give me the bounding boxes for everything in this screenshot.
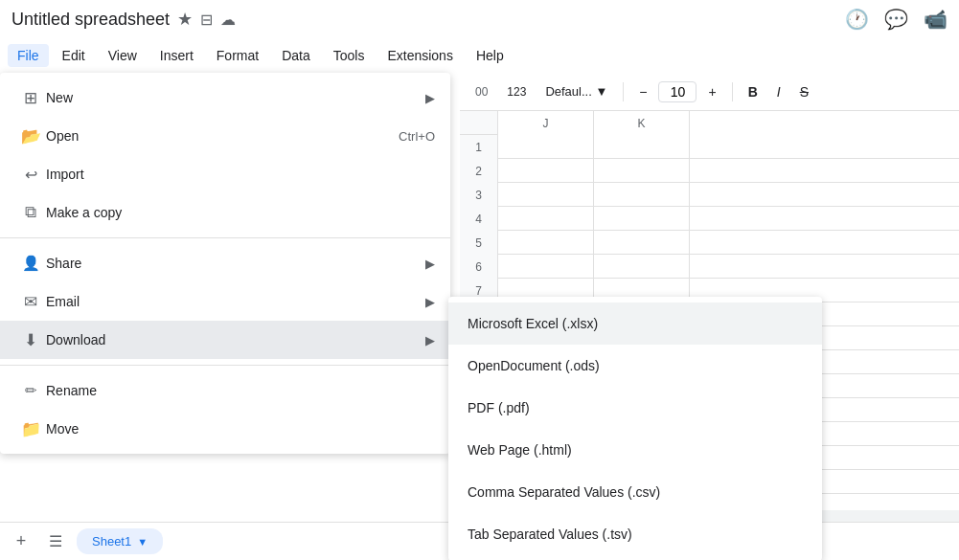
table-row: 5: [460, 231, 959, 255]
download-label: Download: [46, 332, 425, 347]
email-icon: ✉: [15, 292, 46, 312]
cell-j3[interactable]: [498, 183, 594, 207]
cell-j5[interactable]: [498, 231, 594, 255]
open-shortcut: Ctrl+O: [399, 129, 435, 144]
title-bar: Untitled spreadsheet ★ ⊟ ☁ 🕐 💬 📹: [0, 0, 959, 38]
toolbar-divider-1: [623, 82, 624, 101]
move-label: Move: [46, 421, 435, 437]
star-icon[interactable]: ★: [177, 9, 193, 30]
toolbar-font-size[interactable]: 10: [658, 81, 696, 102]
cell-k6[interactable]: [594, 255, 690, 279]
toolbar-italic[interactable]: I: [769, 80, 788, 103]
corner-cell: [460, 111, 498, 135]
divider-2: [0, 365, 450, 366]
html-label: Web Page (.html): [468, 442, 572, 458]
spreadsheet-title[interactable]: Untitled spreadsheet: [11, 10, 170, 30]
new-arrow-icon: ▶: [425, 91, 435, 105]
menu-bar: File Edit View Insert Format Data Tools …: [0, 38, 959, 73]
submenu-item-tsv[interactable]: Tab Separated Values (.tsv): [448, 513, 822, 555]
cell-k5[interactable]: [594, 231, 690, 255]
menu-item-import[interactable]: ↩ Import: [0, 155, 450, 193]
sheet-tab-label: Sheet1: [92, 534, 131, 549]
download-submenu: Microsoft Excel (.xlsx) OpenDocument (.o…: [448, 297, 822, 560]
pdf-label: PDF (.pdf): [468, 400, 530, 415]
menu-insert[interactable]: Insert: [150, 44, 203, 67]
ods-label: OpenDocument (.ods): [468, 358, 600, 373]
table-row: 6: [460, 255, 959, 279]
menu-format[interactable]: Format: [207, 44, 268, 67]
csv-label: Comma Separated Values (.csv): [468, 484, 660, 500]
menu-item-email[interactable]: ✉ Email ▶: [0, 282, 450, 321]
download-icon: ⬇: [15, 330, 46, 350]
menu-edit[interactable]: Edit: [53, 44, 95, 67]
toolbar-format-00[interactable]: 00: [468, 81, 495, 102]
sheet-tab-sheet1[interactable]: Sheet1 ▼: [77, 528, 163, 554]
table-row: 4: [460, 207, 959, 231]
toolbar: 00 123 Defaul... ▼ − 10 + B I S: [460, 73, 959, 111]
menu-extensions[interactable]: Extensions: [377, 44, 462, 67]
toolbar-minus[interactable]: −: [631, 80, 654, 103]
toolbar-divider-2: [732, 82, 733, 101]
submenu-item-html[interactable]: Web Page (.html): [448, 429, 822, 471]
download-arrow-icon: ▶: [425, 333, 435, 347]
menu-item-move[interactable]: 📁 Move: [0, 410, 450, 448]
add-sheet-button[interactable]: +: [8, 528, 34, 555]
menu-view[interactable]: View: [99, 44, 147, 67]
file-dropdown: ⊞ New ▶ 📂 Open Ctrl+O ↩ Import ⧉ Make a …: [0, 73, 450, 454]
cell-k1[interactable]: [594, 135, 690, 159]
cell-j4[interactable]: [498, 207, 594, 231]
toolbar-font-dropdown[interactable]: Defaul... ▼: [537, 80, 615, 102]
menu-tools[interactable]: Tools: [324, 44, 375, 67]
copy-label: Make a copy: [46, 205, 435, 220]
menu-file[interactable]: File: [8, 44, 49, 67]
comment-icon[interactable]: 💬: [884, 8, 908, 31]
cloud-save-icon[interactable]: ☁: [220, 11, 236, 29]
menu-item-share[interactable]: 👤 Share ▶: [0, 244, 450, 282]
submenu-item-pdf[interactable]: PDF (.pdf): [448, 387, 822, 429]
toolbar-plus[interactable]: +: [700, 80, 723, 103]
open-label: Open: [46, 128, 399, 144]
divider-1: [0, 237, 450, 238]
col-header-j[interactable]: J: [498, 111, 594, 135]
cell-j1[interactable]: [498, 135, 594, 159]
xlsx-label: Microsoft Excel (.xlsx): [468, 316, 598, 331]
menu-item-open[interactable]: 📂 Open Ctrl+O: [0, 117, 450, 155]
email-label: Email: [46, 294, 425, 309]
cell-k2[interactable]: [594, 159, 690, 183]
import-label: Import: [46, 167, 435, 182]
cell-j2[interactable]: [498, 159, 594, 183]
import-icon: ↩: [15, 166, 46, 184]
cell-j6[interactable]: [498, 255, 594, 279]
share-icon: 👤: [15, 255, 46, 272]
new-icon: ⊞: [15, 88, 46, 108]
menu-item-make-copy[interactable]: ⧉ Make a copy: [0, 193, 450, 232]
menu-data[interactable]: Data: [272, 44, 320, 67]
menu-item-rename[interactable]: ✏ Rename: [0, 371, 450, 410]
col-header-row: J K: [460, 111, 959, 135]
new-label: New: [46, 90, 425, 105]
video-icon[interactable]: 📹: [924, 8, 948, 31]
table-row: 2: [460, 159, 959, 183]
col-header-k[interactable]: K: [594, 111, 690, 135]
open-icon: 📂: [15, 126, 46, 146]
menu-item-new[interactable]: ⊞ New ▶: [0, 78, 450, 117]
history-icon[interactable]: 🕐: [845, 8, 869, 31]
cell-k3[interactable]: [594, 183, 690, 207]
menu-item-download[interactable]: ⬇ Download ▶: [0, 321, 450, 359]
folder-icon[interactable]: ⊟: [200, 11, 213, 29]
submenu-item-csv[interactable]: Comma Separated Values (.csv): [448, 471, 822, 513]
cell-k4[interactable]: [594, 207, 690, 231]
sheet-tab-dropdown-icon[interactable]: ▼: [137, 536, 148, 548]
copy-icon: ⧉: [15, 203, 46, 222]
table-row: 3: [460, 183, 959, 207]
menu-help[interactable]: Help: [467, 44, 514, 67]
sheet-menu-button[interactable]: ☰: [42, 528, 69, 555]
share-arrow-icon: ▶: [425, 257, 435, 271]
toolbar-format-123[interactable]: 123: [499, 81, 534, 102]
tsv-label: Tab Separated Values (.tsv): [468, 526, 632, 542]
submenu-item-xlsx[interactable]: Microsoft Excel (.xlsx): [448, 302, 822, 345]
toolbar-strikethrough[interactable]: S: [792, 80, 816, 103]
toolbar-bold[interactable]: B: [741, 80, 765, 103]
submenu-item-ods[interactable]: OpenDocument (.ods): [448, 345, 822, 387]
email-arrow-icon: ▶: [425, 295, 435, 309]
